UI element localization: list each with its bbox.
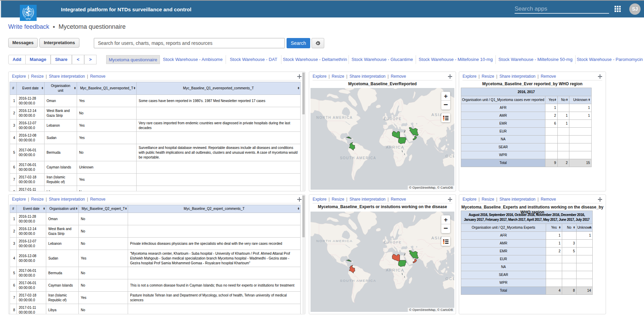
svg-text:EUROPE: EUROPE [383, 117, 402, 121]
svg-text:SOUTH AMERICA: SOUTH AMERICA [340, 156, 376, 160]
svg-text:NORTH AMERICA: NORTH AMERICA [316, 116, 353, 119]
svg-text:NORTH AMERICA: NORTH AMERICA [316, 239, 353, 243]
svg-text:AFRICA: AFRICA [386, 268, 404, 272]
svg-text:SOUTH AMERICA: SOUTH AMERICA [340, 279, 376, 282]
svg-text:OCEANIA: OCEANIA [445, 154, 454, 158]
svg-text:AFRICA: AFRICA [386, 145, 404, 149]
svg-text:OCEANIA: OCEANIA [445, 277, 454, 281]
svg-text:EUROPE: EUROPE [384, 240, 402, 244]
